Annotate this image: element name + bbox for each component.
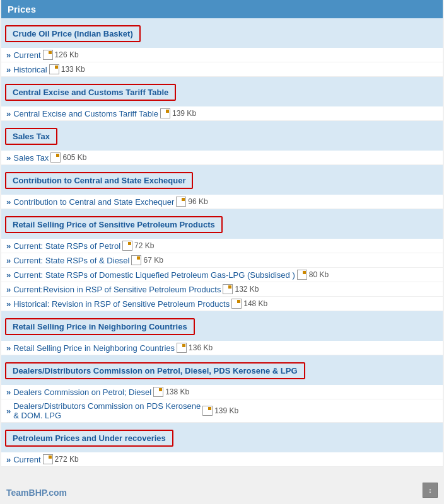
- kb-size: 132 Kb: [235, 285, 259, 294]
- section-row-crude-oil: Crude Oil Price (Indian Basket): [1, 18, 443, 48]
- link-row-crude-oil-0: »Current 126 Kb: [1, 48, 443, 62]
- section-row-central-excise: Central Excise and Customs Tariff Table: [1, 77, 443, 106]
- link-neighboring-0[interactable]: Retail Selling Price in Neighboring Coun…: [13, 343, 175, 353]
- header-bar: Prices: [1, 0, 443, 18]
- section-header-dealers[interactable]: Dealers/Distributors Commission on Petro…: [5, 362, 305, 379]
- section-row-contribution: Contribution to Central and State Excheq…: [1, 165, 443, 195]
- file-icon: [153, 387, 163, 397]
- section-label-contribution: Contribution to Central and State Excheq…: [6, 173, 192, 188]
- file-icon: [49, 64, 59, 74]
- link-retail-selling-1[interactable]: Current: State RSPs of & Diesel: [13, 256, 129, 265]
- file-icon: [131, 255, 141, 265]
- link-row-petroleum-prices-0: »Current 272 Kb: [1, 452, 443, 467]
- file-icon: [43, 50, 53, 60]
- kb-size: 133 Kb: [61, 65, 85, 74]
- link-central-excise-0[interactable]: Central Excise and Customs Tariff Table: [13, 109, 158, 118]
- link-retail-selling-2[interactable]: Current: State RSPs of Domestic Liquefie…: [13, 270, 295, 280]
- chevron-icon: »: [6, 65, 11, 74]
- link-row-sales-tax-0: »Sales Tax 605 Kb: [1, 151, 443, 165]
- file-icon: [202, 406, 213, 416]
- link-row-retail-selling-4: »Historical: Revision in RSP of Sensitiv…: [1, 297, 443, 311]
- chevron-icon: »: [6, 299, 11, 309]
- section-header-central-excise[interactable]: Central Excise and Customs Tariff Table: [5, 84, 176, 101]
- sections-container: Crude Oil Price (Indian Basket)»Current …: [1, 18, 443, 467]
- file-icon: [50, 152, 61, 163]
- link-row-retail-selling-1: »Current: State RSPs of & Diesel 67 Kb: [1, 253, 443, 268]
- header-title: Prices: [8, 4, 36, 14]
- section-label-sales-tax: Sales Tax: [6, 129, 56, 144]
- file-icon: [160, 108, 170, 118]
- section-row-dealers: Dealers/Distributors Commission on Petro…: [1, 355, 443, 385]
- link-row-dealers-1: »Dealers/Distributors Commission on PDS …: [1, 399, 443, 423]
- kb-size: 67 Kb: [143, 256, 163, 265]
- kb-size: 80 Kb: [309, 270, 329, 279]
- file-icon: [43, 454, 53, 464]
- section-row-retail-selling: Retail Selling Price of Sensitive Petrol…: [1, 209, 443, 239]
- page-wrapper: Prices Crude Oil Price (Indian Basket)»C…: [1, 0, 443, 467]
- section-label-dealers: Dealers/Distributors Commission on Petro…: [6, 364, 304, 378]
- section-header-contribution[interactable]: Contribution to Central and State Excheq…: [5, 172, 193, 189]
- kb-size: 96 Kb: [188, 197, 207, 206]
- watermark-text: TeamBHP.com: [6, 488, 67, 498]
- link-row-retail-selling-3: »Current:Revision in RSP of Sensitive Pe…: [1, 282, 443, 297]
- kb-size: 136 Kb: [189, 343, 213, 352]
- section-header-neighboring[interactable]: Retail Selling Price in Neighboring Coun…: [5, 318, 195, 335]
- link-crude-oil-0[interactable]: Current: [13, 50, 40, 60]
- section-label-crude-oil: Crude Oil Price (Indian Basket): [6, 26, 139, 41]
- section-row-petroleum-prices: Petroleum Prices and Under recoveries: [1, 423, 443, 452]
- chevron-icon: »: [6, 455, 11, 464]
- kb-size: 139 Kb: [214, 406, 238, 415]
- link-sales-tax-0[interactable]: Sales Tax: [13, 153, 49, 163]
- kb-size: 126 Kb: [55, 50, 79, 59]
- chevron-icon: »: [6, 197, 11, 207]
- link-dealers-1[interactable]: Dealers/Distributors Commission on PDS K…: [13, 401, 201, 420]
- section-header-petroleum-prices[interactable]: Petroleum Prices and Under recoveries: [5, 430, 173, 447]
- section-header-retail-selling[interactable]: Retail Selling Price of Sensitive Petrol…: [5, 216, 223, 233]
- chevron-icon: »: [6, 50, 11, 60]
- file-icon: [231, 299, 242, 309]
- file-icon: [297, 270, 307, 280]
- link-row-retail-selling-2: »Current: State RSPs of Domestic Liquefi…: [1, 268, 443, 282]
- link-crude-oil-1[interactable]: Historical: [13, 65, 47, 74]
- link-retail-selling-4[interactable]: Historical: Revision in RSP of Sensitive…: [13, 299, 230, 309]
- link-row-retail-selling-0: »Current: State RSPs of Petrol 72 Kb: [1, 239, 443, 253]
- chevron-icon: »: [6, 109, 11, 118]
- kb-size: 148 Kb: [243, 299, 267, 308]
- kb-size: 139 Kb: [172, 109, 196, 118]
- link-row-dealers-0: »Dealers Commission on Petrol; Diesel 13…: [1, 385, 443, 399]
- link-retail-selling-0[interactable]: Current: State RSPs of Petrol: [13, 241, 120, 251]
- kb-size: 272 Kb: [55, 455, 79, 464]
- kb-size: 72 Kb: [134, 241, 154, 250]
- file-icon: [177, 343, 187, 353]
- link-contribution-0[interactable]: Contribution to Central and State Excheq…: [13, 197, 174, 207]
- chevron-icon: »: [6, 256, 11, 265]
- link-row-contribution-0: »Contribution to Central and State Exche…: [1, 195, 443, 209]
- link-petroleum-prices-0[interactable]: Current: [13, 455, 40, 464]
- section-header-crude-oil[interactable]: Crude Oil Price (Indian Basket): [5, 25, 141, 42]
- chevron-icon: »: [6, 406, 11, 416]
- chevron-icon: »: [6, 387, 11, 397]
- section-label-neighboring: Retail Selling Price in Neighboring Coun…: [6, 319, 194, 334]
- section-label-retail-selling: Retail Selling Price of Sensitive Petrol…: [6, 217, 221, 232]
- file-icon: [176, 197, 186, 207]
- watermark-logo: TeamBHP.com: [6, 488, 67, 498]
- chevron-icon: »: [6, 343, 11, 353]
- kb-size: 605 Kb: [62, 153, 86, 162]
- link-row-central-excise-0: »Central Excise and Customs Tariff Table…: [1, 106, 443, 121]
- section-row-sales-tax: Sales Tax: [1, 121, 443, 151]
- section-header-sales-tax[interactable]: Sales Tax: [5, 128, 57, 145]
- section-label-central-excise: Central Excise and Customs Tariff Table: [6, 85, 175, 100]
- link-row-neighboring-0: »Retail Selling Price in Neighboring Cou…: [1, 341, 443, 355]
- link-dealers-0[interactable]: Dealers Commission on Petrol; Diesel: [13, 387, 151, 397]
- file-icon: [223, 284, 233, 294]
- section-row-neighboring: Retail Selling Price in Neighboring Coun…: [1, 311, 443, 341]
- file-icon: [122, 241, 132, 251]
- chevron-icon: »: [6, 241, 11, 251]
- section-label-petroleum-prices: Petroleum Prices and Under recoveries: [6, 431, 172, 445]
- chevron-icon: »: [6, 153, 11, 163]
- chevron-icon: »: [6, 270, 11, 280]
- kb-size: 138 Kb: [165, 387, 189, 396]
- link-row-crude-oil-1: »Historical 133 Kb: [1, 62, 443, 77]
- link-retail-selling-3[interactable]: Current:Revision in RSP of Sensitive Pet…: [13, 285, 221, 294]
- scroll-button[interactable]: ↕: [423, 483, 438, 498]
